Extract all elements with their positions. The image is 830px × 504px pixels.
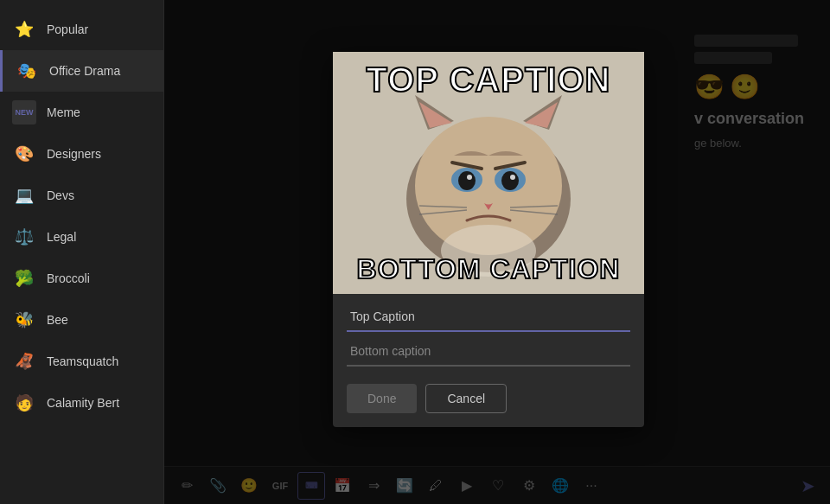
meme-top-text: TOP CAPTION <box>333 61 644 99</box>
sidebar-item-teamsquatch[interactable]: 🦧 Teamsquatch <box>0 341 163 382</box>
sidebar-item-broccoli[interactable]: 🥦 Broccoli <box>0 258 163 299</box>
sidebar-label-broccoli: Broccoli <box>47 271 90 285</box>
cancel-button[interactable]: Cancel <box>425 384 507 413</box>
popular-icon: ⭐ <box>12 17 36 41</box>
teamsquatch-icon: 🦧 <box>12 349 36 373</box>
meme-preview: TOP CAPTION BOTTOM CAPTION <box>333 52 644 294</box>
top-caption-input[interactable] <box>347 304 630 329</box>
sidebar: ⭐ Popular 🎭 Office Drama NEW Meme 🎨 Desi… <box>0 0 164 504</box>
sidebar-label-meme: Meme <box>47 105 80 119</box>
main-content: 😎 🙂 v conversation ge below. ✏ 📎 🙂 GIF ⌨… <box>164 0 830 504</box>
sidebar-label-office-drama: Office Drama <box>49 64 120 78</box>
app-container: ⭐ Popular 🎭 Office Drama NEW Meme 🎨 Desi… <box>0 0 830 504</box>
done-button[interactable]: Done <box>347 384 417 413</box>
meme-editor-modal: TOP CAPTION BOTTOM CAPTION Done Cancel <box>333 52 644 427</box>
sidebar-item-bee[interactable]: 🐝 Bee <box>0 299 163 341</box>
calamity-bert-icon: 🧑 <box>12 391 36 415</box>
designers-icon: 🎨 <box>12 142 36 166</box>
sidebar-item-calamity-bert[interactable]: 🧑 Calamity Bert <box>0 382 163 424</box>
bottom-caption-wrapper <box>347 339 630 367</box>
sidebar-label-designers: Designers <box>47 147 101 161</box>
sidebar-label-calamity-bert: Calamity Bert <box>47 396 119 410</box>
sidebar-item-popular[interactable]: ⭐ Popular <box>0 9 163 50</box>
caption-inputs <box>333 294 644 367</box>
top-caption-wrapper <box>347 304 630 332</box>
sidebar-label-devs: Devs <box>47 188 74 202</box>
legal-icon: ⚖️ <box>12 225 36 249</box>
svg-point-7 <box>467 175 472 180</box>
meme-bottom-text: BOTTOM CAPTION <box>333 253 644 285</box>
sidebar-label-popular: Popular <box>47 22 88 36</box>
bee-icon: 🐝 <box>12 308 36 332</box>
bottom-caption-input[interactable] <box>347 339 630 363</box>
sidebar-item-devs[interactable]: 💻 Devs <box>0 175 163 216</box>
svg-point-8 <box>510 175 515 180</box>
sidebar-label-legal: Legal <box>47 230 76 244</box>
svg-point-5 <box>458 171 476 190</box>
sidebar-item-office-drama[interactable]: 🎭 Office Drama <box>0 50 163 92</box>
office-drama-icon: 🎭 <box>15 59 39 83</box>
broccoli-icon: 🥦 <box>12 266 36 290</box>
sidebar-label-bee: Bee <box>47 313 68 327</box>
devs-icon: 💻 <box>12 183 36 207</box>
svg-point-6 <box>501 171 519 190</box>
sidebar-label-teamsquatch: Teamsquatch <box>47 354 118 368</box>
sidebar-item-meme[interactable]: NEW Meme <box>0 92 163 133</box>
sidebar-item-designers[interactable]: 🎨 Designers <box>0 133 163 175</box>
modal-buttons: Done Cancel <box>333 373 644 413</box>
meme-icon: NEW <box>12 100 36 124</box>
sidebar-item-legal[interactable]: ⚖️ Legal <box>0 216 163 258</box>
